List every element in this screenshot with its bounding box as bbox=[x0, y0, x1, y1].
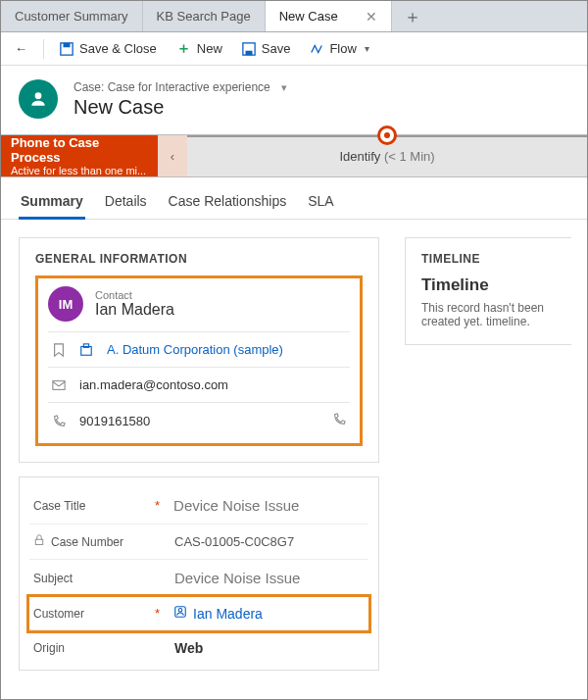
separator bbox=[43, 39, 44, 59]
tab-label: KB Search Page bbox=[157, 9, 251, 24]
company-link[interactable]: A. Datum Corporation (sample) bbox=[107, 342, 283, 357]
flow-icon bbox=[310, 42, 323, 56]
value: Device Noise Issue bbox=[173, 497, 299, 514]
timeline-empty-msg: This record hasn't been created yet. tim… bbox=[421, 301, 571, 328]
stage-duration: (< 1 Min) bbox=[384, 149, 435, 164]
save-close-button[interactable]: Save & Close bbox=[52, 37, 165, 60]
save-button[interactable]: Save bbox=[234, 37, 299, 60]
value: Web bbox=[174, 640, 203, 656]
svg-rect-6 bbox=[83, 343, 88, 347]
tab-case-relationships[interactable]: Case Relationships bbox=[167, 187, 289, 219]
record-header: Case: Case for Interactive experience ▾ … bbox=[1, 66, 587, 134]
phone-icon bbox=[52, 415, 68, 428]
chevron-left-icon: ‹ bbox=[171, 149, 174, 164]
label: Origin bbox=[33, 641, 65, 655]
label: Case Number bbox=[51, 535, 123, 549]
general-information-section: GENERAL INFORMATION IM Contact Ian Mader… bbox=[19, 237, 379, 463]
required-indicator: * bbox=[155, 606, 160, 621]
field-case-number: Case Number CAS-01005-C0C8G7 bbox=[29, 525, 368, 560]
flow-label: Flow bbox=[329, 41, 356, 56]
contact-label: Contact bbox=[95, 289, 174, 301]
tab-sla[interactable]: SLA bbox=[306, 187, 335, 219]
flow-button[interactable]: Flow ▾ bbox=[302, 37, 376, 60]
label: Case Title bbox=[33, 499, 85, 513]
entity-label: Case: Case for Interactive experience bbox=[74, 80, 270, 94]
value: CAS-01005-C0C8G7 bbox=[174, 534, 294, 549]
field-origin[interactable]: Origin Web bbox=[29, 630, 368, 666]
process-collapse-button[interactable]: ‹ bbox=[158, 135, 187, 176]
stage-name: Identify bbox=[339, 149, 380, 164]
save-icon bbox=[242, 42, 256, 56]
chevron-down-icon: ▾ bbox=[365, 43, 369, 54]
back-button[interactable]: ← bbox=[7, 37, 35, 60]
email-value[interactable]: ian.madera@contoso.com bbox=[79, 377, 228, 392]
bookmark-icon bbox=[52, 343, 68, 357]
chevron-down-icon: ▾ bbox=[281, 81, 287, 93]
contact-icon bbox=[173, 605, 187, 622]
svg-rect-8 bbox=[35, 539, 43, 544]
save-label: Save bbox=[262, 41, 291, 56]
tab-strip: Customer Summary KB Search Page New Case… bbox=[1, 1, 587, 32]
close-icon[interactable]: ✕ bbox=[366, 9, 377, 25]
tab-kb-search[interactable]: KB Search Page bbox=[143, 1, 266, 31]
command-bar: ← Save & Close ＋ New Save Flow ▾ bbox=[1, 32, 587, 66]
account-icon bbox=[79, 343, 95, 357]
process-status: Active for less than one mi... bbox=[11, 165, 148, 176]
save-close-label: Save & Close bbox=[79, 41, 157, 56]
field-customer[interactable]: Customer * Ian Madera bbox=[29, 597, 368, 630]
field-subject[interactable]: Subject Device Noise Issue bbox=[29, 560, 368, 597]
back-icon: ← bbox=[15, 41, 27, 56]
svg-point-4 bbox=[35, 92, 42, 99]
svg-rect-7 bbox=[53, 380, 65, 389]
process-stage-identify[interactable]: Identify (< 1 Min) bbox=[187, 135, 587, 176]
label: Subject bbox=[33, 572, 73, 585]
page-title: New Case bbox=[74, 96, 287, 119]
svg-point-10 bbox=[178, 609, 182, 613]
process-name: Phone to Case Process bbox=[11, 135, 148, 165]
svg-rect-1 bbox=[64, 42, 71, 46]
tab-customer-summary[interactable]: Customer Summary bbox=[1, 1, 143, 31]
process-name-block[interactable]: Phone to Case Process Active for less th… bbox=[1, 135, 158, 176]
timeline-section: TIMELINE Timeline This record hasn't bee… bbox=[405, 237, 571, 345]
contact-avatar: IM bbox=[48, 286, 83, 322]
plus-icon: ＋ bbox=[176, 39, 191, 58]
contact-name[interactable]: Ian Madera bbox=[95, 301, 174, 319]
tab-new-case[interactable]: New Case ✕ bbox=[266, 1, 392, 31]
stage-marker-icon bbox=[377, 125, 397, 145]
tab-summary[interactable]: Summary bbox=[19, 187, 85, 219]
mail-icon bbox=[52, 378, 68, 392]
business-process-flow: Phone to Case Process Active for less th… bbox=[1, 134, 587, 177]
case-fields-section: Case Title * Device Noise Issue Case Num… bbox=[19, 476, 379, 671]
label: Customer bbox=[33, 607, 84, 621]
new-button[interactable]: ＋ New bbox=[169, 35, 230, 62]
section-title: GENERAL INFORMATION bbox=[35, 252, 363, 266]
timeline-heading: Timeline bbox=[421, 275, 571, 295]
value: Device Noise Issue bbox=[174, 570, 300, 586]
lock-icon bbox=[33, 534, 45, 549]
section-title: TIMELINE bbox=[421, 252, 571, 266]
tab-label: Customer Summary bbox=[15, 9, 128, 24]
value: Ian Madera bbox=[193, 606, 263, 622]
save-close-icon bbox=[60, 42, 74, 56]
svg-rect-3 bbox=[245, 50, 252, 54]
case-icon bbox=[28, 89, 48, 109]
phone-value[interactable]: 9019161580 bbox=[79, 414, 150, 428]
entity-avatar bbox=[19, 79, 58, 119]
tab-details[interactable]: Details bbox=[103, 187, 149, 219]
field-case-title[interactable]: Case Title * Device Noise Issue bbox=[29, 487, 368, 525]
required-indicator: * bbox=[155, 498, 160, 513]
contact-card: IM Contact Ian Madera A. Datum Corporati… bbox=[35, 275, 363, 446]
new-tab-button[interactable]: ＋ bbox=[392, 1, 433, 31]
new-label: New bbox=[197, 41, 222, 56]
phone-icon bbox=[332, 413, 346, 426]
call-button[interactable] bbox=[332, 413, 346, 429]
form-tabs: Summary Details Case Relationships SLA bbox=[1, 177, 587, 220]
tab-label: New Case bbox=[279, 9, 338, 24]
entity-breadcrumb[interactable]: Case: Case for Interactive experience ▾ bbox=[74, 80, 287, 94]
